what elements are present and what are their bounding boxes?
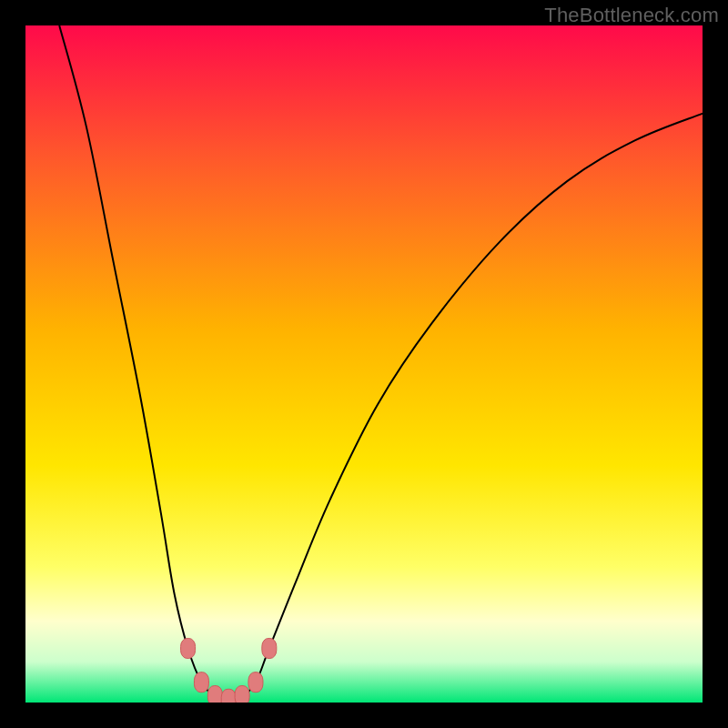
gradient-background	[25, 25, 703, 703]
plot-area	[25, 25, 703, 703]
curve-marker	[248, 672, 263, 693]
curve-marker	[181, 638, 196, 658]
bottleneck-curve-chart	[25, 25, 703, 703]
curve-marker	[262, 638, 277, 658]
chart-canvas: TheBottleneck.com	[0, 0, 728, 728]
curve-marker	[207, 686, 222, 703]
curve-marker	[194, 672, 208, 693]
curve-marker	[235, 686, 249, 703]
watermark-text: TheBottleneck.com	[544, 4, 719, 27]
curve-marker	[221, 689, 236, 703]
